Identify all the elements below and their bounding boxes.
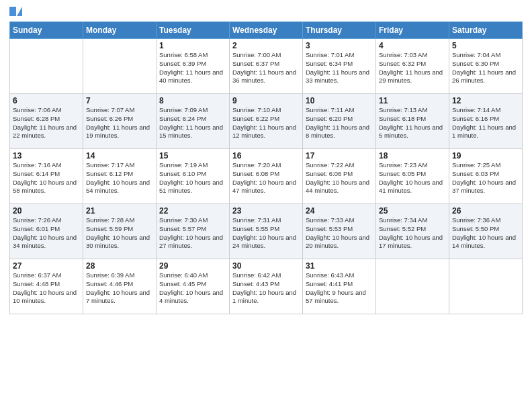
day-info: Sunrise: 7:33 AM Sunset: 5:53 PM Dayligh… bbox=[306, 216, 373, 250]
calendar-cell: 20Sunrise: 7:26 AM Sunset: 6:01 PM Dayli… bbox=[10, 204, 83, 259]
calendar-cell: 11Sunrise: 7:13 AM Sunset: 6:18 PM Dayli… bbox=[376, 94, 449, 149]
calendar-cell: 15Sunrise: 7:19 AM Sunset: 6:10 PM Dayli… bbox=[157, 149, 230, 204]
calendar-cell: 6Sunrise: 7:06 AM Sunset: 6:28 PM Daylig… bbox=[10, 94, 83, 149]
calendar-cell bbox=[10, 39, 83, 94]
day-of-week-header: Friday bbox=[376, 22, 449, 39]
header bbox=[9, 7, 523, 16]
calendar-week-row: 20Sunrise: 7:26 AM Sunset: 6:01 PM Dayli… bbox=[10, 204, 523, 259]
calendar-cell: 8Sunrise: 7:09 AM Sunset: 6:24 PM Daylig… bbox=[157, 94, 230, 149]
calendar-cell: 12Sunrise: 7:14 AM Sunset: 6:16 PM Dayli… bbox=[449, 94, 523, 149]
day-info: Sunrise: 6:58 AM Sunset: 6:39 PM Dayligh… bbox=[159, 51, 226, 85]
day-number: 1 bbox=[159, 41, 226, 50]
calendar-cell bbox=[376, 259, 449, 314]
day-info: Sunrise: 7:19 AM Sunset: 6:10 PM Dayligh… bbox=[159, 161, 226, 195]
day-number: 20 bbox=[13, 206, 80, 216]
calendar-cell: 27Sunrise: 6:37 AM Sunset: 4:48 PM Dayli… bbox=[10, 259, 83, 314]
day-info: Sunrise: 7:17 AM Sunset: 6:12 PM Dayligh… bbox=[86, 161, 153, 195]
day-number: 11 bbox=[379, 96, 446, 105]
day-number: 9 bbox=[232, 96, 300, 105]
calendar-cell: 28Sunrise: 6:39 AM Sunset: 4:46 PM Dayli… bbox=[83, 259, 157, 314]
day-info: Sunrise: 7:28 AM Sunset: 5:59 PM Dayligh… bbox=[86, 216, 153, 250]
day-number: 28 bbox=[86, 261, 153, 271]
calendar-cell: 17Sunrise: 7:22 AM Sunset: 6:06 PM Dayli… bbox=[303, 149, 376, 204]
day-number: 10 bbox=[306, 96, 373, 105]
day-of-week-header: Saturday bbox=[449, 22, 523, 39]
day-info: Sunrise: 7:11 AM Sunset: 6:20 PM Dayligh… bbox=[306, 106, 373, 140]
day-number: 17 bbox=[306, 151, 373, 161]
day-info: Sunrise: 7:01 AM Sunset: 6:34 PM Dayligh… bbox=[306, 51, 373, 85]
calendar-cell bbox=[449, 259, 523, 314]
calendar-week-row: 1Sunrise: 6:58 AM Sunset: 6:39 PM Daylig… bbox=[10, 39, 523, 94]
day-info: Sunrise: 7:09 AM Sunset: 6:24 PM Dayligh… bbox=[159, 106, 226, 140]
day-number: 29 bbox=[159, 261, 226, 271]
day-of-week-header: Thursday bbox=[303, 22, 376, 39]
calendar-cell: 3Sunrise: 7:01 AM Sunset: 6:34 PM Daylig… bbox=[303, 39, 376, 94]
calendar-cell: 19Sunrise: 7:25 AM Sunset: 6:03 PM Dayli… bbox=[449, 149, 523, 204]
calendar-week-row: 13Sunrise: 7:16 AM Sunset: 6:14 PM Dayli… bbox=[10, 149, 523, 204]
logo bbox=[9, 7, 22, 16]
calendar-cell: 14Sunrise: 7:17 AM Sunset: 6:12 PM Dayli… bbox=[83, 149, 157, 204]
calendar-cell: 18Sunrise: 7:23 AM Sunset: 6:05 PM Dayli… bbox=[376, 149, 449, 204]
day-info: Sunrise: 7:03 AM Sunset: 6:32 PM Dayligh… bbox=[379, 51, 446, 85]
day-of-week-header: Wednesday bbox=[230, 22, 303, 39]
calendar-week-row: 27Sunrise: 6:37 AM Sunset: 4:48 PM Dayli… bbox=[10, 259, 523, 314]
day-number: 5 bbox=[452, 41, 519, 50]
day-number: 15 bbox=[159, 151, 226, 161]
day-info: Sunrise: 7:00 AM Sunset: 6:37 PM Dayligh… bbox=[232, 51, 300, 85]
day-info: Sunrise: 7:26 AM Sunset: 6:01 PM Dayligh… bbox=[13, 216, 80, 250]
day-info: Sunrise: 6:39 AM Sunset: 4:46 PM Dayligh… bbox=[86, 271, 153, 306]
page: SundayMondayTuesdayWednesdayThursdayFrid… bbox=[0, 0, 532, 321]
day-info: Sunrise: 7:22 AM Sunset: 6:06 PM Dayligh… bbox=[306, 161, 373, 195]
day-number: 12 bbox=[452, 96, 519, 105]
calendar-cell: 26Sunrise: 7:36 AM Sunset: 5:50 PM Dayli… bbox=[449, 204, 523, 259]
calendar-cell: 1Sunrise: 6:58 AM Sunset: 6:39 PM Daylig… bbox=[157, 39, 230, 94]
day-info: Sunrise: 7:30 AM Sunset: 5:57 PM Dayligh… bbox=[159, 216, 226, 250]
day-info: Sunrise: 7:10 AM Sunset: 6:22 PM Dayligh… bbox=[232, 106, 300, 140]
calendar-cell: 23Sunrise: 7:31 AM Sunset: 5:55 PM Dayli… bbox=[230, 204, 303, 259]
day-info: Sunrise: 7:13 AM Sunset: 6:18 PM Dayligh… bbox=[379, 106, 446, 140]
day-number: 18 bbox=[379, 151, 446, 161]
calendar-cell: 10Sunrise: 7:11 AM Sunset: 6:20 PM Dayli… bbox=[303, 94, 376, 149]
day-number: 31 bbox=[306, 261, 373, 271]
day-number: 2 bbox=[232, 41, 300, 50]
day-number: 19 bbox=[452, 151, 519, 161]
calendar-cell: 13Sunrise: 7:16 AM Sunset: 6:14 PM Dayli… bbox=[10, 149, 83, 204]
day-number: 22 bbox=[159, 206, 226, 216]
day-number: 25 bbox=[379, 206, 446, 216]
day-number: 3 bbox=[306, 41, 373, 50]
logo-icon-rect bbox=[9, 7, 16, 16]
day-info: Sunrise: 7:16 AM Sunset: 6:14 PM Dayligh… bbox=[13, 161, 80, 195]
day-info: Sunrise: 6:40 AM Sunset: 4:45 PM Dayligh… bbox=[159, 271, 226, 306]
day-info: Sunrise: 6:43 AM Sunset: 4:41 PM Dayligh… bbox=[306, 271, 373, 306]
day-number: 27 bbox=[13, 261, 80, 271]
day-number: 8 bbox=[159, 96, 226, 105]
calendar-week-row: 6Sunrise: 7:06 AM Sunset: 6:28 PM Daylig… bbox=[10, 94, 523, 149]
day-number: 26 bbox=[452, 206, 519, 216]
day-number: 30 bbox=[232, 261, 300, 271]
day-info: Sunrise: 7:20 AM Sunset: 6:08 PM Dayligh… bbox=[232, 161, 300, 195]
calendar-cell: 7Sunrise: 7:07 AM Sunset: 6:26 PM Daylig… bbox=[83, 94, 157, 149]
day-info: Sunrise: 7:34 AM Sunset: 5:52 PM Dayligh… bbox=[379, 216, 446, 250]
calendar-header-row: SundayMondayTuesdayWednesdayThursdayFrid… bbox=[10, 22, 523, 39]
logo-icon-triangle bbox=[17, 7, 22, 16]
calendar-cell: 29Sunrise: 6:40 AM Sunset: 4:45 PM Dayli… bbox=[157, 259, 230, 314]
day-info: Sunrise: 7:25 AM Sunset: 6:03 PM Dayligh… bbox=[452, 161, 519, 195]
calendar-cell: 4Sunrise: 7:03 AM Sunset: 6:32 PM Daylig… bbox=[376, 39, 449, 94]
day-of-week-header: Sunday bbox=[10, 22, 83, 39]
day-of-week-header: Tuesday bbox=[157, 22, 230, 39]
calendar-cell: 31Sunrise: 6:43 AM Sunset: 4:41 PM Dayli… bbox=[303, 259, 376, 314]
day-info: Sunrise: 7:23 AM Sunset: 6:05 PM Dayligh… bbox=[379, 161, 446, 195]
day-info: Sunrise: 6:37 AM Sunset: 4:48 PM Dayligh… bbox=[13, 271, 80, 306]
calendar-cell: 25Sunrise: 7:34 AM Sunset: 5:52 PM Dayli… bbox=[376, 204, 449, 259]
day-number: 13 bbox=[13, 151, 80, 161]
day-info: Sunrise: 7:06 AM Sunset: 6:28 PM Dayligh… bbox=[13, 106, 80, 140]
day-info: Sunrise: 7:31 AM Sunset: 5:55 PM Dayligh… bbox=[232, 216, 300, 250]
day-number: 23 bbox=[232, 206, 300, 216]
calendar-cell: 24Sunrise: 7:33 AM Sunset: 5:53 PM Dayli… bbox=[303, 204, 376, 259]
day-info: Sunrise: 7:36 AM Sunset: 5:50 PM Dayligh… bbox=[452, 216, 519, 250]
day-info: Sunrise: 7:04 AM Sunset: 6:30 PM Dayligh… bbox=[452, 51, 519, 85]
calendar-cell: 30Sunrise: 6:42 AM Sunset: 4:43 PM Dayli… bbox=[230, 259, 303, 314]
calendar-table: SundayMondayTuesdayWednesdayThursdayFrid… bbox=[9, 21, 523, 314]
day-number: 4 bbox=[379, 41, 446, 50]
day-number: 7 bbox=[86, 96, 153, 105]
